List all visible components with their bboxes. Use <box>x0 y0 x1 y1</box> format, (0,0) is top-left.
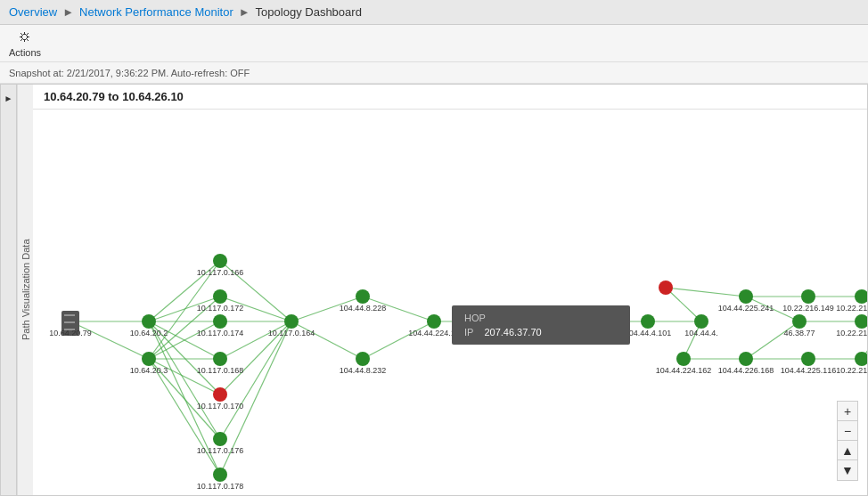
svg-text:10.117.0.174: 10.117.0.174 <box>197 329 244 337</box>
tooltip-ip-label: IP <box>464 327 473 337</box>
actions-button[interactable]: ⛭ Actions <box>9 29 41 58</box>
svg-line-1 <box>70 321 149 359</box>
network-diagram: 10.64.20.7910.64.20.210.64.20.310.117.0.… <box>33 110 867 490</box>
svg-point-56 <box>213 289 227 304</box>
path-title: 10.64.20.79 to 10.64.26.10 <box>44 90 184 103</box>
zoom-controls: + − ▲ ▼ <box>837 401 858 481</box>
pan-down-button[interactable]: ▼ <box>838 460 857 480</box>
svg-point-101 <box>855 314 867 329</box>
svg-point-82 <box>694 314 708 329</box>
svg-point-52 <box>142 352 156 366</box>
svg-point-70 <box>356 289 370 304</box>
snapshot-bar: Snapshot at: 2/21/2017, 9:36:22 PM. Auto… <box>0 62 868 84</box>
svg-line-26 <box>363 321 434 359</box>
svg-point-80 <box>641 314 655 329</box>
svg-point-87 <box>739 289 753 304</box>
svg-point-84 <box>676 352 691 366</box>
tooltip-hop-label: HOP <box>464 313 486 323</box>
collapse-button[interactable]: ► <box>1 85 17 495</box>
svg-point-60 <box>213 352 227 366</box>
svg-text:104.44.225.116: 104.44.225.116 <box>781 366 837 375</box>
svg-point-86 <box>659 281 673 295</box>
sidebar-label: Path Visualization Data <box>17 85 33 495</box>
svg-text:10.117.0.172: 10.117.0.172 <box>197 304 244 313</box>
svg-text:10.64.20.79: 10.64.20.79 <box>49 329 92 337</box>
diagram-area: 10.64.20.79 to 10.64.26.10 10.64.20.7910… <box>33 85 867 495</box>
svg-point-74 <box>427 314 441 329</box>
breadcrumb-monitor[interactable]: Network Performance Monitor <box>79 5 233 19</box>
svg-point-99 <box>855 352 867 366</box>
toolbar: ⛭ Actions <box>0 25 868 62</box>
svg-text:10.117.0.164: 10.117.0.164 <box>268 329 315 337</box>
svg-text:104.44.8.232: 104.44.8.232 <box>340 366 387 375</box>
svg-text:10.64.20.3: 10.64.20.3 <box>130 366 168 375</box>
svg-text:10.22.216.151: 10.22.216.151 <box>836 366 867 375</box>
svg-text:10.117.0.178: 10.117.0.178 <box>197 482 244 490</box>
svg-point-93 <box>801 289 815 304</box>
breadcrumb-dashboard: Topology Dashboard <box>256 5 362 19</box>
svg-text:46.38.77: 46.38.77 <box>783 329 815 337</box>
svg-point-64 <box>213 432 227 446</box>
svg-line-24 <box>291 321 363 359</box>
svg-text:10.64.20.2: 10.64.20.2 <box>130 329 168 337</box>
breadcrumb: Overview ► Network Performance Monitor ►… <box>9 5 362 19</box>
breadcrumb-overview[interactable]: Overview <box>9 5 57 19</box>
svg-line-37 <box>746 321 799 359</box>
zoom-in-button[interactable]: + <box>838 402 857 421</box>
svg-point-91 <box>792 314 807 329</box>
path-header: 10.64.20.79 to 10.64.26.10 <box>33 85 867 110</box>
svg-text:10.22.216.153: 10.22.216.153 <box>836 329 867 337</box>
svg-text:104.44.226.168: 104.44.226.168 <box>718 366 774 375</box>
snapshot-text: Snapshot at: 2/21/2017, 9:36:22 PM. Auto… <box>9 68 250 78</box>
svg-point-66 <box>213 468 227 482</box>
actions-icon: ⛭ <box>18 29 32 45</box>
svg-line-31 <box>666 288 701 321</box>
svg-point-58 <box>213 314 227 329</box>
svg-point-54 <box>213 254 227 268</box>
svg-text:104.44.8.228: 104.44.8.228 <box>340 304 387 313</box>
svg-point-68 <box>284 314 299 329</box>
pan-up-button[interactable]: ▲ <box>838 441 857 460</box>
svg-line-7 <box>149 321 220 439</box>
svg-line-33 <box>666 288 746 297</box>
svg-point-50 <box>142 314 156 329</box>
breadcrumb-sep-1: ► <box>62 5 74 19</box>
svg-text:104.44.4.101: 104.44.4.101 <box>625 329 672 337</box>
svg-text:104.44.4.: 104.44.4. <box>684 329 718 337</box>
svg-text:10.117.0.176: 10.117.0.176 <box>197 446 244 455</box>
svg-point-62 <box>213 387 227 402</box>
svg-text:10.117.0.166: 10.117.0.166 <box>197 268 244 277</box>
svg-point-95 <box>801 352 815 366</box>
svg-text:10.22.216.149: 10.22.216.149 <box>782 304 834 313</box>
svg-point-72 <box>356 352 370 366</box>
svg-point-97 <box>855 289 867 304</box>
svg-point-89 <box>739 352 753 366</box>
zoom-out-button[interactable]: − <box>838 421 857 441</box>
svg-line-21 <box>220 321 291 439</box>
top-bar: Overview ► Network Performance Monitor ►… <box>0 0 868 25</box>
tooltip-box: HOP IP 207.46.37.70 <box>452 305 630 345</box>
tooltip-ip-value: 207.46.37.70 <box>484 327 541 337</box>
actions-label: Actions <box>9 47 41 58</box>
main-content: ► Path Visualization Data 10.64.20.79 to… <box>0 84 868 496</box>
breadcrumb-sep-2: ► <box>239 5 250 19</box>
svg-text:10.117.0.168: 10.117.0.168 <box>197 366 244 375</box>
svg-text:10.22.216.129: 10.22.216.129 <box>836 304 867 313</box>
svg-text:104.44.224.162: 104.44.224.162 <box>656 366 712 375</box>
svg-text:104.44.225.241: 104.44.225.241 <box>718 304 774 313</box>
network-canvas[interactable]: 10.64.20.7910.64.20.210.64.20.310.117.0.… <box>33 110 867 490</box>
svg-line-19 <box>220 321 291 359</box>
svg-text:10.117.0.170: 10.117.0.170 <box>197 402 244 411</box>
